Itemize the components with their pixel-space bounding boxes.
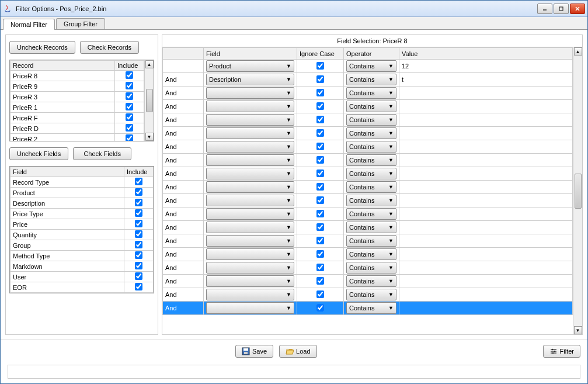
value-input[interactable] — [402, 181, 570, 193]
field-include-checkbox[interactable] — [135, 199, 142, 206]
value-input[interactable] — [402, 60, 570, 72]
save-button[interactable]: Save — [235, 345, 273, 358]
operator-combo[interactable]: Contains▼ — [346, 235, 396, 247]
andor-cell[interactable]: And — [163, 221, 204, 234]
value-input[interactable] — [402, 74, 570, 85]
fields-row[interactable]: User — [11, 272, 154, 282]
andor-cell[interactable] — [163, 60, 204, 73]
field-combo[interactable]: ▼ — [206, 208, 294, 220]
value-input[interactable] — [402, 154, 570, 166]
uncheck-fields-button[interactable]: Uncheck Fields — [9, 147, 68, 160]
fields-row[interactable]: Record Type — [11, 177, 154, 188]
fields-row[interactable]: Description — [11, 198, 154, 209]
field-include-checkbox[interactable] — [135, 251, 142, 259]
operator-combo[interactable]: Contains▼ — [346, 60, 396, 72]
value-input[interactable] — [402, 262, 570, 274]
fields-row[interactable]: Group — [11, 240, 154, 251]
check-fields-button[interactable]: Check Fields — [73, 147, 131, 160]
andor-cell[interactable]: And — [163, 261, 204, 275]
scroll-thumb[interactable] — [575, 174, 582, 209]
field-include-checkbox[interactable] — [135, 272, 142, 280]
operator-combo[interactable]: Contains▼ — [346, 262, 396, 274]
operator-combo[interactable]: Contains▼ — [346, 208, 396, 220]
tab-group-filter[interactable]: Group Filter — [56, 18, 105, 29]
operator-combo[interactable]: Contains▼ — [346, 195, 396, 206]
value-input[interactable] — [402, 235, 570, 247]
andor-cell[interactable]: And — [163, 194, 204, 207]
operator-combo[interactable]: Contains▼ — [346, 114, 396, 126]
field-include-checkbox[interactable] — [135, 209, 142, 217]
record-include-checkbox[interactable] — [126, 82, 133, 89]
ignore-case-checkbox[interactable] — [316, 129, 324, 137]
operator-combo[interactable]: Contains▼ — [346, 127, 396, 139]
fields-row[interactable]: Price — [11, 219, 154, 230]
value-input[interactable] — [402, 87, 570, 99]
records-row[interactable]: PriceR 2 — [11, 134, 144, 141]
filter-row[interactable]: And▼Contains▼ — [163, 113, 573, 127]
scroll-down-icon[interactable]: ▼ — [574, 326, 582, 334]
andor-cell[interactable]: And — [163, 167, 204, 181]
records-row[interactable]: PriceR 3 — [11, 92, 144, 102]
records-table[interactable]: Record Include PriceR 8PriceR 9PriceR 3P… — [10, 60, 144, 141]
andor-cell[interactable]: And — [163, 87, 204, 100]
andor-cell[interactable]: And — [163, 248, 204, 261]
minimize-button[interactable] — [537, 4, 552, 14]
field-combo[interactable]: ▼ — [206, 222, 294, 233]
check-records-button[interactable]: Check Records — [80, 41, 139, 54]
record-include-checkbox[interactable] — [126, 134, 133, 141]
scroll-down-icon[interactable]: ▼ — [145, 133, 154, 141]
andor-cell[interactable]: And — [163, 181, 204, 194]
filter-row[interactable]: And▼Contains▼ — [163, 140, 573, 154]
operator-combo[interactable]: Contains▼ — [346, 275, 396, 287]
filter-row[interactable]: And▼Contains▼ — [163, 100, 573, 113]
filter-row[interactable]: And▼Contains▼ — [163, 181, 573, 194]
ignore-case-checkbox[interactable] — [316, 116, 324, 123]
filter-scrollbar[interactable]: ▲ ▼ — [573, 47, 582, 334]
record-include-checkbox[interactable] — [126, 124, 133, 132]
record-include-checkbox[interactable] — [126, 71, 133, 79]
operator-combo[interactable]: Contains▼ — [346, 248, 396, 260]
filter-row[interactable]: And▼Contains▼ — [163, 248, 573, 261]
operator-combo[interactable]: Contains▼ — [346, 168, 396, 179]
field-combo[interactable]: Description▼ — [206, 74, 294, 85]
field-include-checkbox[interactable] — [135, 178, 142, 185]
filter-row[interactable]: And▼Contains▼ — [163, 194, 573, 207]
field-include-checkbox[interactable] — [135, 283, 142, 290]
value-input[interactable] — [402, 275, 570, 287]
maximize-button[interactable] — [554, 4, 569, 14]
filter-row[interactable]: Product▼Contains▼ — [163, 60, 573, 73]
ignore-case-checkbox[interactable] — [316, 143, 324, 150]
filter-row[interactable]: And▼Contains▼ — [163, 154, 573, 167]
records-row[interactable]: PriceR 8 — [11, 71, 144, 81]
ignore-case-checkbox[interactable] — [316, 89, 324, 96]
field-combo[interactable]: ▼ — [206, 168, 294, 179]
record-include-checkbox[interactable] — [126, 92, 133, 100]
andor-cell[interactable]: And — [163, 154, 204, 167]
andor-cell[interactable]: And — [163, 234, 204, 248]
value-input[interactable] — [402, 114, 570, 126]
operator-combo[interactable]: Contains▼ — [346, 87, 396, 99]
value-input[interactable] — [402, 141, 570, 153]
andor-cell[interactable]: And — [163, 73, 204, 87]
value-input[interactable] — [402, 127, 570, 139]
value-input[interactable] — [402, 222, 570, 233]
filter-row[interactable]: And▼Contains▼ — [163, 127, 573, 140]
ignore-case-checkbox[interactable] — [316, 196, 324, 204]
operator-combo[interactable]: Contains▼ — [346, 181, 396, 193]
filter-row[interactable]: And▼Contains▼ — [163, 234, 573, 248]
record-include-checkbox[interactable] — [126, 103, 133, 110]
ignore-case-checkbox[interactable] — [316, 102, 324, 110]
field-combo[interactable]: ▼ — [206, 289, 294, 300]
value-input[interactable] — [402, 101, 570, 112]
andor-cell[interactable]: And — [163, 302, 204, 315]
ignore-case-checkbox[interactable] — [316, 277, 324, 285]
filter-row[interactable]: And▼Contains▼ — [163, 221, 573, 234]
filter-row[interactable]: And▼Contains▼ — [163, 87, 573, 100]
fields-row[interactable]: Price Type — [11, 209, 154, 219]
andor-cell[interactable]: And — [163, 207, 204, 221]
field-combo[interactable]: Product▼ — [206, 60, 294, 72]
filter-table[interactable]: Field Ignore Case Operator Value Product… — [162, 47, 573, 334]
ignore-case-checkbox[interactable] — [316, 169, 324, 177]
field-combo[interactable]: ▼ — [206, 262, 294, 274]
field-include-checkbox[interactable] — [135, 262, 142, 269]
